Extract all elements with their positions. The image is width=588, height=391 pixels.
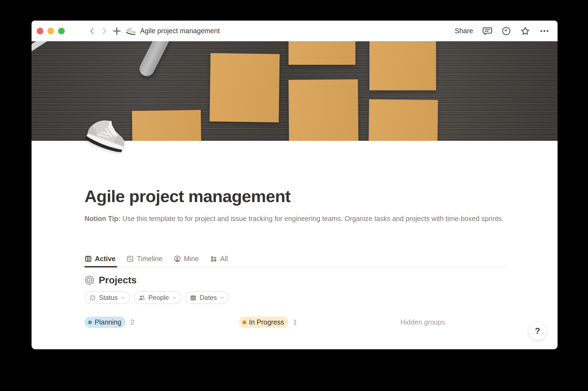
group-in-progress: In Progress 1 <box>239 317 297 328</box>
filter-bar: Status People Dates <box>84 291 507 304</box>
grid-view-icon <box>210 255 217 262</box>
sticky-note <box>369 99 438 141</box>
people-filter-chip[interactable]: People <box>134 291 181 304</box>
notion-tip: Notion Tip: Use this template to for pro… <box>84 213 504 224</box>
new-page-button[interactable] <box>112 26 121 36</box>
chip-label: Status <box>99 294 118 301</box>
group-count: 2 <box>130 318 134 326</box>
sticky-note <box>369 41 436 90</box>
titlebar: Agile project management Share <box>32 21 558 41</box>
chevron-down-icon <box>172 295 177 300</box>
status-spinner-icon <box>89 294 96 301</box>
zoom-window-button[interactable] <box>58 28 65 34</box>
tab-label: Timeline <box>137 255 163 263</box>
sticky-note <box>132 110 201 141</box>
notion-window: Agile project management Share Agile pro… <box>32 21 558 349</box>
more-options-icon[interactable] <box>539 26 549 36</box>
tab-mine[interactable]: Mine <box>174 255 199 267</box>
section-title: Projects <box>99 275 137 286</box>
chevron-down-icon <box>121 295 125 300</box>
in-progress-group-pill[interactable]: In Progress <box>239 317 289 328</box>
page-icon-sneaker[interactable] <box>85 117 130 161</box>
share-button[interactable]: Share <box>455 27 473 35</box>
close-window-button[interactable] <box>37 28 43 34</box>
chip-label: Dates <box>200 294 217 301</box>
timeline-view-icon <box>126 255 134 262</box>
cover-pen <box>137 41 177 79</box>
status-dot <box>242 320 246 324</box>
breadcrumb-page-title: Agile project management <box>140 27 220 35</box>
group-count: 1 <box>293 318 297 326</box>
cover-paper-corner <box>32 41 50 52</box>
page-title: Agile project management <box>84 186 507 206</box>
page-emoji-icon <box>126 27 137 35</box>
notion-tip-body: Use this template to for project and iss… <box>120 215 504 222</box>
tab-active[interactable]: Active <box>84 255 116 267</box>
group-label: In Progress <box>249 318 284 326</box>
projects-section-header: Projects <box>84 275 507 286</box>
board-view-icon <box>84 255 92 262</box>
people-icon <box>138 294 146 301</box>
view-tabs: Active Timeline Mine All <box>84 255 507 267</box>
sticky-note <box>210 53 279 122</box>
sidebar-menu-icon[interactable] <box>73 27 83 35</box>
chip-label: People <box>148 294 169 301</box>
notion-tip-label: Notion Tip: <box>84 215 120 222</box>
dates-filter-chip[interactable]: Dates <box>185 291 229 304</box>
hidden-groups-toggle[interactable]: Hidden groups <box>400 318 445 326</box>
board-group-headers: Planning 2 In Progress 1 Hidden groups <box>84 317 507 329</box>
tab-label: Mine <box>184 255 199 263</box>
breadcrumb[interactable]: Agile project management <box>126 27 220 35</box>
back-button[interactable] <box>88 27 96 35</box>
tab-label: All <box>220 255 228 263</box>
group-label: Planning <box>95 318 121 326</box>
window-controls <box>37 28 65 34</box>
tab-label: Active <box>95 255 115 263</box>
calendar-icon <box>190 294 197 301</box>
help-button[interactable]: ? <box>528 322 547 340</box>
planning-group-pill[interactable]: Planning <box>84 317 126 328</box>
favorite-star-icon[interactable] <box>520 26 530 36</box>
status-filter-chip[interactable]: Status <box>84 291 130 304</box>
comments-icon[interactable] <box>482 26 492 36</box>
tab-all[interactable]: All <box>210 255 228 267</box>
tab-timeline[interactable]: Timeline <box>126 255 163 267</box>
sticky-note <box>289 79 358 141</box>
forward-button[interactable] <box>100 27 108 35</box>
minimize-window-button[interactable] <box>47 28 54 34</box>
updates-clock-icon[interactable] <box>502 26 511 36</box>
person-icon <box>174 255 181 262</box>
sticky-note <box>289 41 355 65</box>
chevron-down-icon <box>220 295 224 300</box>
status-dot <box>88 320 92 324</box>
bullseye-icon <box>84 275 95 285</box>
group-planning: Planning 2 <box>84 317 134 328</box>
